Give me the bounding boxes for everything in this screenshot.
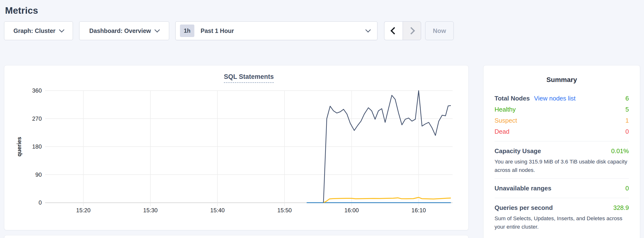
y-tick-label: 270 xyxy=(32,115,42,122)
chevron-left-icon xyxy=(390,27,398,34)
page-title: Metrics xyxy=(5,5,38,16)
dead-label: Dead xyxy=(494,128,510,135)
now-button[interactable]: Now xyxy=(425,21,454,40)
suspect-label: Suspect xyxy=(494,117,517,124)
total-nodes-value: 6 xyxy=(626,95,629,102)
queries-per-second-label: Queries per second xyxy=(494,204,553,211)
graph-dropdown[interactable]: Graph: Cluster xyxy=(4,21,73,40)
now-button-label: Now xyxy=(433,27,446,35)
divider xyxy=(494,178,629,179)
dead-nodes-row: Dead 0 xyxy=(494,126,629,137)
suspect-nodes-row: Suspect 1 xyxy=(494,115,629,126)
queries-per-second-value: 328.9 xyxy=(613,204,629,211)
yellow-series-line xyxy=(324,197,451,203)
unavailable-ranges-value: 0 xyxy=(626,185,629,192)
y-tick-label: 90 xyxy=(35,171,42,178)
queries-per-second-row: Queries per second 328.9 xyxy=(494,202,629,213)
healthy-nodes-row: Healthy 5 xyxy=(494,104,629,115)
chevron-down-icon xyxy=(59,27,64,33)
y-tick-label: 0 xyxy=(39,199,42,206)
time-window-badge: 1h xyxy=(180,25,194,37)
suspect-value: 1 xyxy=(626,117,629,124)
sql-statements-plot[interactable]: 15:2015:3015:4015:5016:0016:100901802703… xyxy=(4,65,469,230)
dead-value: 0 xyxy=(626,128,629,135)
dashboard-dropdown[interactable]: Dashboard: Overview xyxy=(79,21,169,40)
time-nav-buttons xyxy=(384,21,421,40)
healthy-label: Healthy xyxy=(494,106,516,113)
x-tick-label: 15:50 xyxy=(277,207,292,213)
view-nodes-list-link[interactable]: View nodes list xyxy=(534,95,576,102)
capacity-usage-label: Capacity Usage xyxy=(494,147,541,155)
prev-timerange-button[interactable] xyxy=(384,21,402,40)
x-tick-label: 15:20 xyxy=(76,207,90,213)
x-tick-label: 15:40 xyxy=(210,207,224,213)
total-nodes-label: Total Nodes xyxy=(494,95,530,102)
time-window-label: Past 1 Hour xyxy=(200,27,234,34)
total-nodes-row: Total Nodes View nodes list 6 xyxy=(494,93,629,104)
sql-statements-chart-card: SQL Statements queries 15:2015:3015:4015… xyxy=(4,65,468,230)
capacity-usage-description: You are using 315.9 MiB of 3.6 TiB usabl… xyxy=(494,158,629,174)
chevron-right-icon xyxy=(408,27,415,34)
summary-title: Summary xyxy=(494,76,629,84)
chevron-down-icon xyxy=(366,27,371,33)
healthy-value: 5 xyxy=(626,106,629,113)
summary-panel: Summary Total Nodes View nodes list 6 He… xyxy=(483,65,640,238)
divider xyxy=(494,198,629,198)
y-tick-label: 360 xyxy=(32,87,42,94)
dashboard-dropdown-label: Dashboard: Overview xyxy=(89,27,151,34)
unavailable-ranges-label: Unavailable ranges xyxy=(494,185,552,192)
divider xyxy=(494,141,629,141)
y-tick-label: 180 xyxy=(32,143,42,150)
capacity-usage-row: Capacity Usage 0.01% xyxy=(494,146,629,157)
x-tick-label: 16:00 xyxy=(344,207,359,213)
time-window-selector[interactable]: 1h Past 1 Hour xyxy=(176,21,378,40)
x-tick-label: 16:10 xyxy=(412,207,426,213)
capacity-usage-value: 0.01% xyxy=(611,147,629,155)
queries-per-second-description: Sum of Selects, Updates, Inserts, and De… xyxy=(494,214,629,231)
next-timerange-button-disabled[interactable] xyxy=(402,21,421,40)
x-tick-label: 15:30 xyxy=(143,207,158,213)
chevron-down-icon xyxy=(154,27,160,33)
next-chart-card xyxy=(4,235,468,238)
unavailable-ranges-row: Unavailable ranges 0 xyxy=(494,183,629,194)
graph-dropdown-label: Graph: Cluster xyxy=(14,27,56,34)
